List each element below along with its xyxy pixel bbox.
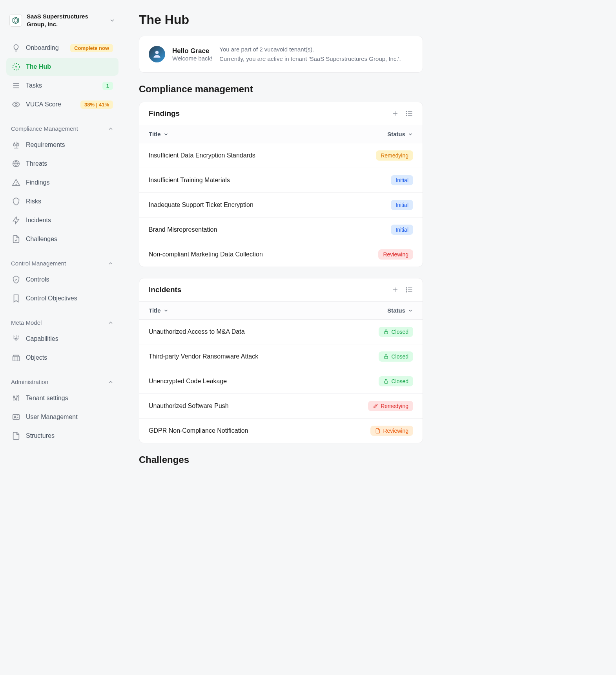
sidebar-item-label: Controls xyxy=(26,276,113,283)
user-management-icon xyxy=(12,413,20,421)
svg-rect-17 xyxy=(13,415,20,420)
status-badge: Initial xyxy=(391,175,413,185)
sidebar-item-capabilities[interactable]: Capabilities xyxy=(6,330,118,348)
svg-point-18 xyxy=(14,416,16,417)
table-row[interactable]: Unencrypted Code LeakageClosed xyxy=(139,369,423,394)
sidebar-item-vuca-score[interactable]: VUCA Score38% | 41% xyxy=(6,95,118,113)
sidebar-item-structures[interactable]: Structures xyxy=(6,427,118,445)
table-row[interactable]: Third-party Vendor Ransomware AttackClos… xyxy=(139,344,423,369)
svg-point-29 xyxy=(406,115,407,116)
chevron-down-icon xyxy=(408,132,413,137)
sidebar-item-label: Capabilities xyxy=(26,335,113,342)
svg-rect-39 xyxy=(385,356,388,359)
sidebar-item-challenges[interactable]: Challenges xyxy=(6,230,118,248)
incidents-card: Incidents Title Status xyxy=(139,278,423,443)
chevron-down-icon xyxy=(163,308,169,313)
status-badge: Initial xyxy=(391,200,413,210)
sidebar-item-label: Threats xyxy=(26,160,113,167)
structures-icon xyxy=(12,432,20,440)
row-title: Third-party Vendor Ransomware Attack xyxy=(149,353,258,360)
table-row[interactable]: Unauthorized Access to M&A DataClosed xyxy=(139,320,423,344)
sidebar-item-risks[interactable]: Risks xyxy=(6,192,118,210)
sidebar-badge: Complete now xyxy=(70,44,113,52)
nav-group-header[interactable]: Compliance Management xyxy=(6,121,118,136)
tenant-logo xyxy=(9,14,22,27)
tenant-selector[interactable]: SaaS Superstructures Group, Inc. xyxy=(6,9,118,31)
sidebar-item-objects[interactable]: Objects xyxy=(6,349,118,367)
svg-point-3 xyxy=(15,66,17,68)
row-title: Insufficient Data Encryption Standards xyxy=(149,152,255,159)
svg-point-35 xyxy=(406,287,407,288)
sidebar-item-label: Onboarding xyxy=(26,44,65,51)
control-objectives-icon xyxy=(12,294,20,303)
row-title: Insufficient Training Materials xyxy=(149,177,230,184)
requirements-icon xyxy=(12,141,20,149)
svg-point-10 xyxy=(16,184,16,185)
compliance-section-title: Compliance management xyxy=(139,84,423,95)
incidents-col-status[interactable]: Status xyxy=(387,307,413,314)
threats-icon xyxy=(12,159,20,168)
sidebar-item-findings[interactable]: Findings xyxy=(6,174,118,192)
findings-card-title: Findings xyxy=(149,109,180,118)
svg-point-7 xyxy=(15,103,17,106)
chevron-down-icon xyxy=(109,17,115,24)
nav-group-header[interactable]: Control Management xyxy=(6,256,118,271)
onboarding-icon xyxy=(12,44,20,52)
nav-group-header[interactable]: Administration xyxy=(6,375,118,389)
svg-rect-40 xyxy=(385,381,388,383)
sidebar-item-user-management[interactable]: User Management xyxy=(6,408,118,426)
vuca-score-icon xyxy=(12,100,20,109)
list-findings-button[interactable] xyxy=(405,110,413,117)
tasks-icon xyxy=(12,81,20,90)
chevron-down-icon xyxy=(163,132,169,137)
sidebar-item-requirements[interactable]: Requirements xyxy=(6,136,118,154)
nav-group-title: Administration xyxy=(11,379,48,385)
row-title: Unauthorized Software Push xyxy=(149,402,229,410)
findings-icon xyxy=(12,178,20,187)
sidebar-item-tasks[interactable]: Tasks1 xyxy=(6,77,118,95)
table-row[interactable]: Insufficient Data Encryption StandardsRe… xyxy=(139,143,423,168)
table-row[interactable]: Insufficient Training MaterialsInitial xyxy=(139,168,423,193)
sidebar-item-label: The Hub xyxy=(26,63,113,70)
sidebar-item-label: Structures xyxy=(26,432,113,439)
sidebar: SaaS Superstructures Group, Inc. Onboard… xyxy=(0,0,125,675)
table-row[interactable]: Non-compliant Marketing Data CollectionR… xyxy=(139,242,423,267)
row-title: Non-compliant Marketing Data Collection xyxy=(149,251,263,258)
svg-marker-0 xyxy=(13,17,19,24)
add-finding-button[interactable] xyxy=(391,110,399,117)
list-incidents-button[interactable] xyxy=(405,286,413,294)
nav-group-header[interactable]: Meta Model xyxy=(6,315,118,330)
row-title: Unauthorized Access to M&A Data xyxy=(149,328,245,335)
sidebar-item-tenant-settings[interactable]: Tenant settings xyxy=(6,389,118,407)
hello-text: Hello Grace xyxy=(172,47,212,55)
status-badge: Closed xyxy=(379,351,413,362)
tenant-settings-icon xyxy=(12,394,20,402)
lock-icon xyxy=(383,329,389,335)
sidebar-item-label: Tasks xyxy=(26,82,97,89)
sidebar-item-onboarding[interactable]: OnboardingComplete now xyxy=(6,39,118,57)
capabilities-icon xyxy=(12,335,20,343)
svg-point-15 xyxy=(15,399,17,400)
sidebar-item-controls[interactable]: Controls xyxy=(6,271,118,289)
tenant-name: SaaS Superstructures Group, Inc. xyxy=(27,13,104,28)
findings-col-status[interactable]: Status xyxy=(387,131,413,137)
row-title: Inadequate Support Ticket Encryption xyxy=(149,201,253,209)
sidebar-item-label: Objects xyxy=(26,354,113,361)
sidebar-item-label: Tenant settings xyxy=(26,395,113,402)
sidebar-item-threats[interactable]: Threats xyxy=(6,155,118,173)
table-row[interactable]: Unauthorized Software PushRemedying xyxy=(139,394,423,419)
add-incident-button[interactable] xyxy=(391,286,399,294)
table-row[interactable]: Brand MisrepresentationInitial xyxy=(139,218,423,242)
sidebar-item-incidents[interactable]: Incidents xyxy=(6,211,118,229)
incidents-col-title[interactable]: Title xyxy=(149,307,169,314)
table-row[interactable]: GDPR Non-Compliance NotificationReviewin… xyxy=(139,419,423,443)
status-badge: Remedying xyxy=(376,150,413,161)
status-badge: Reviewing xyxy=(378,249,413,260)
findings-col-title[interactable]: Title xyxy=(149,131,169,137)
tools-icon xyxy=(373,403,378,409)
welcome-info: You are part of 2 vucavoid tenant(s). Cu… xyxy=(219,45,401,64)
sidebar-item-the-hub[interactable]: The Hub xyxy=(6,58,118,76)
status-badge: Remedying xyxy=(368,401,413,411)
sidebar-item-control-objectives[interactable]: Control Objectives xyxy=(6,289,118,307)
table-row[interactable]: Inadequate Support Ticket EncryptionInit… xyxy=(139,193,423,218)
